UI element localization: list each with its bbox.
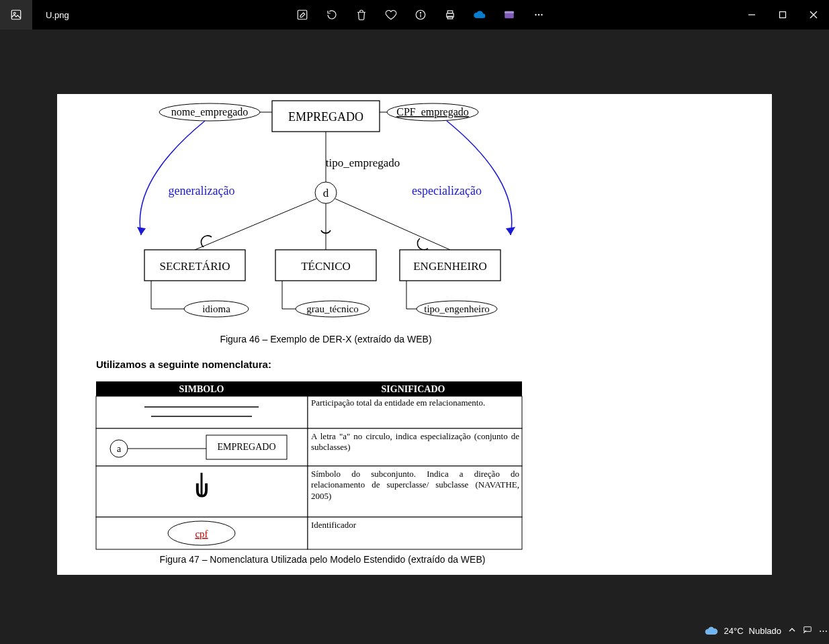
entity-secretario: SECRETÁRIO bbox=[160, 260, 230, 273]
close-button[interactable] bbox=[798, 0, 829, 30]
entity-empregado: EMPREGADO bbox=[288, 110, 363, 124]
figure-46-caption: Figura 46 – Exemplo de DER-X (extraído d… bbox=[220, 334, 431, 344]
maximize-button[interactable] bbox=[767, 0, 798, 30]
row2-entity: EMPREGADO bbox=[217, 442, 275, 452]
svg-rect-7 bbox=[447, 11, 453, 13]
row3-meaning: Símbolo do subconjunto. Indica a direção… bbox=[311, 469, 519, 502]
row1-meaning: Participação total da entidade em relaci… bbox=[311, 398, 519, 408]
entity-engenheiro: ENGENHEIRO bbox=[413, 260, 487, 273]
svg-rect-15 bbox=[780, 12, 786, 18]
weather-widget[interactable]: 24°C Nublado bbox=[704, 625, 781, 637]
row4-oval: cpf bbox=[195, 528, 208, 539]
more-icon[interactable] bbox=[532, 8, 546, 21]
system-tray: ⋯ bbox=[788, 625, 826, 637]
svg-line-27 bbox=[195, 199, 316, 250]
svg-point-13 bbox=[541, 14, 542, 15]
table-head-significado: SIGNIFICADO bbox=[382, 384, 445, 394]
cloud-icon bbox=[704, 625, 719, 637]
disc-letter: d bbox=[323, 187, 329, 199]
toolbar bbox=[296, 0, 546, 30]
document-page: EMPREGADO nome_empregado CPF_empregado t… bbox=[57, 94, 772, 575]
delete-icon[interactable] bbox=[355, 8, 368, 21]
svg-rect-0 bbox=[11, 10, 21, 19]
edit-image-icon[interactable] bbox=[296, 8, 309, 21]
tray-chevron-icon[interactable] bbox=[788, 626, 796, 636]
svg-point-12 bbox=[538, 14, 539, 15]
clipchamp-icon[interactable] bbox=[503, 8, 516, 21]
taskbar: 24°C Nublado ⋯ bbox=[0, 617, 829, 644]
nomenclature-table: SIMBOLO SIGNIFICADO Participação total d… bbox=[96, 381, 522, 549]
weather-temp: 24°C bbox=[724, 626, 744, 636]
generalization-label: generalização bbox=[169, 184, 235, 197]
onedrive-icon[interactable] bbox=[473, 8, 486, 21]
table-head-simbolo: SIMBOLO bbox=[179, 384, 224, 394]
print-icon[interactable] bbox=[443, 8, 457, 21]
svg-marker-26 bbox=[506, 227, 515, 235]
attr-nome: nome_empregado bbox=[171, 106, 249, 118]
minimize-button[interactable] bbox=[736, 0, 767, 30]
svg-point-5 bbox=[420, 12, 421, 13]
tray-cast-icon[interactable] bbox=[803, 625, 812, 637]
svg-point-1 bbox=[13, 12, 15, 14]
weather-cond: Nublado bbox=[749, 626, 781, 636]
attr-grau: grau_técnico bbox=[306, 304, 358, 314]
file-name: U.png bbox=[46, 10, 69, 20]
row4-meaning: Identificador bbox=[311, 520, 519, 531]
app-icon bbox=[0, 0, 32, 30]
svg-line-29 bbox=[335, 199, 450, 250]
svg-rect-10 bbox=[505, 11, 514, 13]
attr-idioma: idioma bbox=[202, 304, 230, 314]
row2-meaning: A letra "a" no circulo, indica especiali… bbox=[311, 431, 519, 453]
svg-marker-25 bbox=[137, 227, 146, 235]
titlebar: U.png bbox=[0, 0, 829, 30]
svg-rect-2 bbox=[298, 10, 307, 19]
row2-letter: a bbox=[117, 444, 122, 454]
svg-rect-42 bbox=[96, 381, 522, 396]
entity-tecnico: TÉCNICO bbox=[301, 260, 351, 273]
section-heading: Utilizamos a seguinte nomenclatura: bbox=[96, 359, 271, 370]
attr-cpf: CPF_empregado bbox=[396, 106, 469, 118]
discriminator-label: tipo_empregado bbox=[326, 156, 400, 169]
window-controls bbox=[736, 0, 829, 30]
svg-point-11 bbox=[535, 14, 536, 15]
rotate-icon[interactable] bbox=[325, 8, 339, 21]
tray-more-icon[interactable]: ⋯ bbox=[819, 626, 826, 636]
er-diagram: EMPREGADO nome_empregado CPF_empregado t… bbox=[57, 94, 772, 575]
info-icon[interactable] bbox=[414, 8, 427, 21]
specialization-label: especialização bbox=[412, 184, 482, 197]
svg-rect-43 bbox=[96, 396, 308, 428]
attr-tipoeng: tipo_engenheiro bbox=[424, 304, 489, 314]
figure-47-caption: Figura 47 – Nomenclatura Utilizada pelo … bbox=[160, 554, 486, 565]
favorite-icon[interactable] bbox=[384, 8, 398, 21]
